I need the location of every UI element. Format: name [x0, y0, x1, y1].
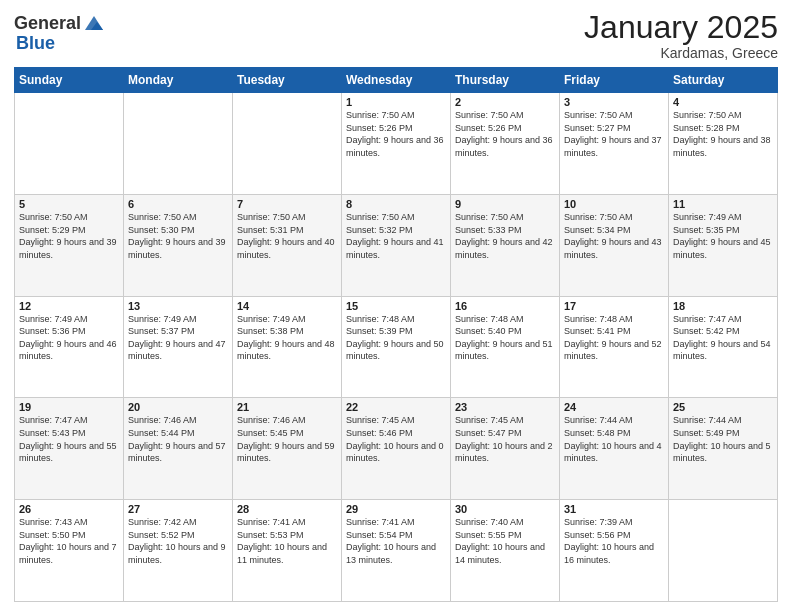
day-number: 7 — [237, 198, 337, 210]
day-number: 12 — [19, 300, 119, 312]
day-info: Sunrise: 7:50 AM Sunset: 5:33 PM Dayligh… — [455, 211, 555, 261]
day-number: 18 — [673, 300, 773, 312]
table-row: 26Sunrise: 7:43 AM Sunset: 5:50 PM Dayli… — [15, 500, 124, 602]
calendar-week-row: 26Sunrise: 7:43 AM Sunset: 5:50 PM Dayli… — [15, 500, 778, 602]
table-row: 8Sunrise: 7:50 AM Sunset: 5:32 PM Daylig… — [342, 194, 451, 296]
table-row: 5Sunrise: 7:50 AM Sunset: 5:29 PM Daylig… — [15, 194, 124, 296]
day-number: 15 — [346, 300, 446, 312]
day-info: Sunrise: 7:48 AM Sunset: 5:40 PM Dayligh… — [455, 313, 555, 363]
day-number: 26 — [19, 503, 119, 515]
calendar-title: January 2025 — [584, 10, 778, 45]
table-row: 2Sunrise: 7:50 AM Sunset: 5:26 PM Daylig… — [451, 93, 560, 195]
day-number: 21 — [237, 401, 337, 413]
calendar-week-row: 1Sunrise: 7:50 AM Sunset: 5:26 PM Daylig… — [15, 93, 778, 195]
col-wednesday: Wednesday — [342, 68, 451, 93]
day-info: Sunrise: 7:50 AM Sunset: 5:32 PM Dayligh… — [346, 211, 446, 261]
day-info: Sunrise: 7:45 AM Sunset: 5:46 PM Dayligh… — [346, 414, 446, 464]
table-row: 6Sunrise: 7:50 AM Sunset: 5:30 PM Daylig… — [124, 194, 233, 296]
day-info: Sunrise: 7:47 AM Sunset: 5:42 PM Dayligh… — [673, 313, 773, 363]
day-number: 9 — [455, 198, 555, 210]
table-row: 18Sunrise: 7:47 AM Sunset: 5:42 PM Dayli… — [669, 296, 778, 398]
day-number: 2 — [455, 96, 555, 108]
day-info: Sunrise: 7:50 AM Sunset: 5:26 PM Dayligh… — [455, 109, 555, 159]
day-info: Sunrise: 7:44 AM Sunset: 5:48 PM Dayligh… — [564, 414, 664, 464]
day-number: 13 — [128, 300, 228, 312]
day-number: 10 — [564, 198, 664, 210]
day-info: Sunrise: 7:50 AM Sunset: 5:34 PM Dayligh… — [564, 211, 664, 261]
day-number: 30 — [455, 503, 555, 515]
day-number: 5 — [19, 198, 119, 210]
day-info: Sunrise: 7:46 AM Sunset: 5:44 PM Dayligh… — [128, 414, 228, 464]
table-row: 14Sunrise: 7:49 AM Sunset: 5:38 PM Dayli… — [233, 296, 342, 398]
day-info: Sunrise: 7:49 AM Sunset: 5:37 PM Dayligh… — [128, 313, 228, 363]
day-number: 8 — [346, 198, 446, 210]
day-info: Sunrise: 7:44 AM Sunset: 5:49 PM Dayligh… — [673, 414, 773, 464]
table-row: 13Sunrise: 7:49 AM Sunset: 5:37 PM Dayli… — [124, 296, 233, 398]
day-info: Sunrise: 7:49 AM Sunset: 5:36 PM Dayligh… — [19, 313, 119, 363]
table-row: 10Sunrise: 7:50 AM Sunset: 5:34 PM Dayli… — [560, 194, 669, 296]
calendar-subtitle: Kardamas, Greece — [584, 45, 778, 61]
logo-icon — [83, 12, 105, 34]
day-info: Sunrise: 7:41 AM Sunset: 5:53 PM Dayligh… — [237, 516, 337, 566]
calendar-week-row: 19Sunrise: 7:47 AM Sunset: 5:43 PM Dayli… — [15, 398, 778, 500]
day-info: Sunrise: 7:50 AM Sunset: 5:30 PM Dayligh… — [128, 211, 228, 261]
day-number: 19 — [19, 401, 119, 413]
day-info: Sunrise: 7:47 AM Sunset: 5:43 PM Dayligh… — [19, 414, 119, 464]
table-row: 21Sunrise: 7:46 AM Sunset: 5:45 PM Dayli… — [233, 398, 342, 500]
table-row — [233, 93, 342, 195]
table-row: 31Sunrise: 7:39 AM Sunset: 5:56 PM Dayli… — [560, 500, 669, 602]
day-number: 14 — [237, 300, 337, 312]
day-info: Sunrise: 7:46 AM Sunset: 5:45 PM Dayligh… — [237, 414, 337, 464]
table-row: 29Sunrise: 7:41 AM Sunset: 5:54 PM Dayli… — [342, 500, 451, 602]
col-tuesday: Tuesday — [233, 68, 342, 93]
logo-general-text: General — [14, 14, 81, 34]
day-number: 25 — [673, 401, 773, 413]
day-info: Sunrise: 7:42 AM Sunset: 5:52 PM Dayligh… — [128, 516, 228, 566]
day-info: Sunrise: 7:50 AM Sunset: 5:26 PM Dayligh… — [346, 109, 446, 159]
day-number: 27 — [128, 503, 228, 515]
table-row: 12Sunrise: 7:49 AM Sunset: 5:36 PM Dayli… — [15, 296, 124, 398]
table-row: 27Sunrise: 7:42 AM Sunset: 5:52 PM Dayli… — [124, 500, 233, 602]
day-number: 31 — [564, 503, 664, 515]
day-info: Sunrise: 7:39 AM Sunset: 5:56 PM Dayligh… — [564, 516, 664, 566]
day-number: 17 — [564, 300, 664, 312]
col-saturday: Saturday — [669, 68, 778, 93]
table-row — [669, 500, 778, 602]
day-info: Sunrise: 7:41 AM Sunset: 5:54 PM Dayligh… — [346, 516, 446, 566]
title-block: January 2025 Kardamas, Greece — [584, 10, 778, 61]
table-row: 15Sunrise: 7:48 AM Sunset: 5:39 PM Dayli… — [342, 296, 451, 398]
table-row: 9Sunrise: 7:50 AM Sunset: 5:33 PM Daylig… — [451, 194, 560, 296]
day-info: Sunrise: 7:43 AM Sunset: 5:50 PM Dayligh… — [19, 516, 119, 566]
col-thursday: Thursday — [451, 68, 560, 93]
page: General Blue January 2025 Kardamas, Gree… — [0, 0, 792, 612]
table-row: 28Sunrise: 7:41 AM Sunset: 5:53 PM Dayli… — [233, 500, 342, 602]
col-monday: Monday — [124, 68, 233, 93]
table-row: 4Sunrise: 7:50 AM Sunset: 5:28 PM Daylig… — [669, 93, 778, 195]
day-number: 16 — [455, 300, 555, 312]
table-row: 22Sunrise: 7:45 AM Sunset: 5:46 PM Dayli… — [342, 398, 451, 500]
table-row: 30Sunrise: 7:40 AM Sunset: 5:55 PM Dayli… — [451, 500, 560, 602]
table-row: 1Sunrise: 7:50 AM Sunset: 5:26 PM Daylig… — [342, 93, 451, 195]
day-info: Sunrise: 7:49 AM Sunset: 5:35 PM Dayligh… — [673, 211, 773, 261]
table-row: 7Sunrise: 7:50 AM Sunset: 5:31 PM Daylig… — [233, 194, 342, 296]
table-row: 17Sunrise: 7:48 AM Sunset: 5:41 PM Dayli… — [560, 296, 669, 398]
table-row: 19Sunrise: 7:47 AM Sunset: 5:43 PM Dayli… — [15, 398, 124, 500]
logo-blue-text: Blue — [16, 33, 55, 53]
table-row: 25Sunrise: 7:44 AM Sunset: 5:49 PM Dayli… — [669, 398, 778, 500]
day-info: Sunrise: 7:48 AM Sunset: 5:39 PM Dayligh… — [346, 313, 446, 363]
table-row: 3Sunrise: 7:50 AM Sunset: 5:27 PM Daylig… — [560, 93, 669, 195]
table-row: 11Sunrise: 7:49 AM Sunset: 5:35 PM Dayli… — [669, 194, 778, 296]
day-number: 29 — [346, 503, 446, 515]
day-number: 3 — [564, 96, 664, 108]
table-row: 16Sunrise: 7:48 AM Sunset: 5:40 PM Dayli… — [451, 296, 560, 398]
day-info: Sunrise: 7:48 AM Sunset: 5:41 PM Dayligh… — [564, 313, 664, 363]
day-info: Sunrise: 7:49 AM Sunset: 5:38 PM Dayligh… — [237, 313, 337, 363]
day-number: 20 — [128, 401, 228, 413]
calendar-header-row: Sunday Monday Tuesday Wednesday Thursday… — [15, 68, 778, 93]
calendar-table: Sunday Monday Tuesday Wednesday Thursday… — [14, 67, 778, 602]
day-number: 24 — [564, 401, 664, 413]
day-number: 22 — [346, 401, 446, 413]
day-number: 6 — [128, 198, 228, 210]
day-number: 28 — [237, 503, 337, 515]
day-number: 4 — [673, 96, 773, 108]
